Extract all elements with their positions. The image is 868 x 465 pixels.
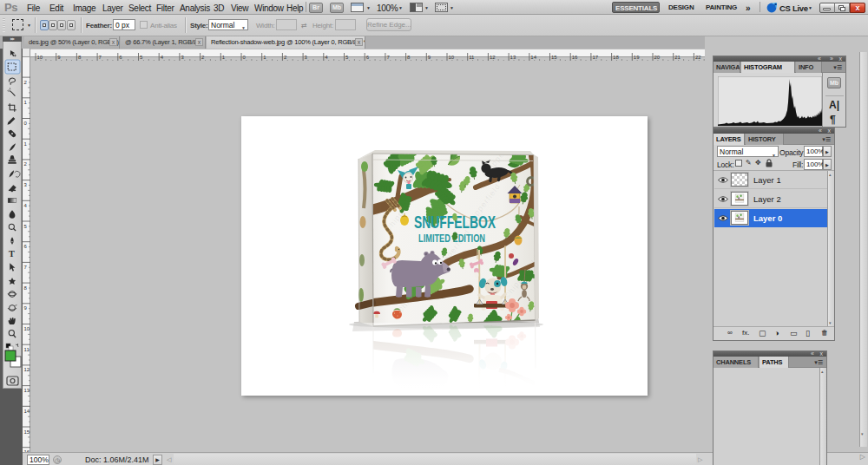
svg-text:2: 2 xyxy=(24,80,28,85)
svg-text:15: 15 xyxy=(24,429,30,435)
svg-text:7: 7 xyxy=(386,55,390,60)
svg-text:6: 6 xyxy=(366,55,370,60)
svg-text:15: 15 xyxy=(551,55,557,60)
svg-text:8: 8 xyxy=(407,55,411,60)
svg-text:8: 8 xyxy=(24,285,28,291)
svg-text:12: 12 xyxy=(490,55,496,60)
svg-text:16: 16 xyxy=(572,55,578,60)
svg-text:11: 11 xyxy=(24,347,30,352)
svg-text:2: 2 xyxy=(201,55,205,60)
svg-text:9: 9 xyxy=(428,55,431,60)
svg-text:4: 4 xyxy=(24,203,28,208)
svg-text:0: 0 xyxy=(243,55,247,60)
svg-text:10: 10 xyxy=(37,55,43,60)
svg-text:2: 2 xyxy=(24,161,28,167)
svg-text:17: 17 xyxy=(592,55,598,60)
svg-text:21: 21 xyxy=(674,55,681,60)
svg-text:1: 1 xyxy=(222,55,226,60)
svg-text:1: 1 xyxy=(24,141,28,147)
svg-text:5: 5 xyxy=(24,224,28,229)
svg-text:4: 4 xyxy=(161,55,164,60)
svg-text:10: 10 xyxy=(449,55,455,60)
svg-text:7: 7 xyxy=(99,55,102,60)
svg-text:7: 7 xyxy=(24,265,28,270)
svg-text:14: 14 xyxy=(24,409,30,414)
svg-text:2: 2 xyxy=(284,55,287,60)
svg-text:13: 13 xyxy=(510,55,516,60)
svg-text:13: 13 xyxy=(24,388,30,393)
svg-text:9: 9 xyxy=(24,305,28,311)
svg-text:1: 1 xyxy=(263,55,266,60)
svg-text:5: 5 xyxy=(140,55,143,60)
svg-text:6: 6 xyxy=(24,244,28,249)
svg-text:3: 3 xyxy=(181,55,184,60)
svg-text:20: 20 xyxy=(654,55,661,60)
svg-text:3: 3 xyxy=(305,55,308,60)
svg-text:3: 3 xyxy=(24,182,28,187)
svg-text:14: 14 xyxy=(530,55,536,60)
svg-text:18: 18 xyxy=(613,55,619,60)
svg-text:5: 5 xyxy=(345,55,349,60)
svg-text:T: T xyxy=(9,249,15,259)
svg-text:4: 4 xyxy=(325,55,328,60)
svg-text:10: 10 xyxy=(24,326,30,331)
svg-text:22: 22 xyxy=(695,55,701,60)
svg-text:11: 11 xyxy=(469,55,475,60)
svg-text:1: 1 xyxy=(24,100,28,105)
svg-text:9: 9 xyxy=(57,55,61,60)
svg-text:0: 0 xyxy=(24,121,28,126)
svg-text:6: 6 xyxy=(119,55,122,60)
svg-text:19: 19 xyxy=(634,55,640,60)
svg-text:12: 12 xyxy=(24,367,30,372)
svg-text:8: 8 xyxy=(78,55,82,60)
